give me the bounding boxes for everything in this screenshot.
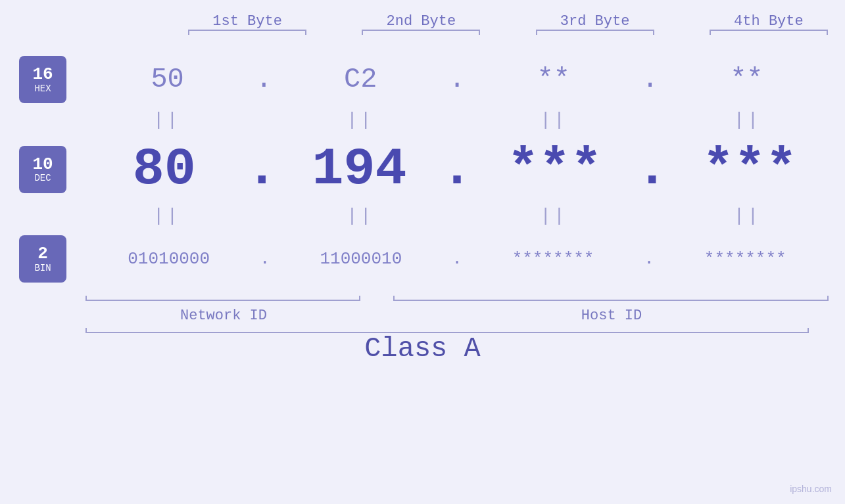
dec-badge: 10 DEC — [19, 146, 66, 193]
dec-dot-1: . — [246, 139, 278, 199]
byte-headers: 1st Byte 2nd Byte 3rd Byte 4th Byte — [171, 13, 845, 36]
host-id-label: Host ID — [395, 308, 829, 324]
byte-header-4: 4th Byte — [693, 13, 844, 36]
byte-header-1: 1st Byte — [172, 13, 323, 36]
hex-dot-2: . — [448, 64, 465, 95]
hex-badge: 16 HEX — [19, 56, 66, 103]
bin-cell-3: ******** — [477, 249, 629, 269]
bin-cell-1: 01010000 — [93, 249, 245, 269]
bin-cell-2: 11000010 — [285, 249, 437, 269]
class-label: Class A — [364, 333, 480, 365]
dec-cell-1: 80 — [89, 139, 240, 199]
dec-cell-4: *** — [674, 139, 825, 199]
dec-dot-2: . — [441, 139, 473, 199]
main-container: 1st Byte 2nd Byte 3rd Byte 4th Byte — [0, 0, 845, 504]
hex-row: 50 . C2 . ** . ** — [85, 64, 829, 95]
equals-row-1: || || || || — [85, 103, 829, 136]
hex-cell-1: 50 — [92, 64, 243, 95]
class-bracket — [85, 332, 809, 333]
dec-dot-3: . — [637, 139, 668, 199]
hex-dot-3: . — [642, 64, 658, 95]
dec-row: 80 . 194 . *** . *** — [85, 139, 829, 199]
bin-dot-2: . — [452, 249, 462, 269]
hex-dot-1: . — [256, 64, 272, 95]
host-bracket — [393, 300, 829, 301]
bin-dot-3: . — [644, 249, 654, 269]
equals-row-2: || || || || — [85, 199, 829, 232]
hex-cell-3: ** — [478, 64, 629, 95]
byte-header-2: 2nd Byte — [345, 13, 496, 36]
dec-cell-3: *** — [479, 139, 630, 199]
network-id-label: Network ID — [85, 308, 362, 324]
bin-dot-1: . — [260, 249, 270, 269]
bin-cell-4: ******** — [669, 249, 821, 269]
byte-header-3: 3rd Byte — [519, 13, 671, 36]
bin-badge: 2 BIN — [19, 235, 66, 283]
watermark: ipshu.com — [790, 484, 832, 494]
hex-cell-4: ** — [671, 64, 822, 95]
bin-row: 01010000 . 11000010 . ******** . *******… — [85, 249, 829, 269]
network-bracket — [85, 300, 360, 301]
dec-cell-2: 194 — [284, 139, 435, 199]
hex-cell-2: C2 — [285, 64, 436, 95]
